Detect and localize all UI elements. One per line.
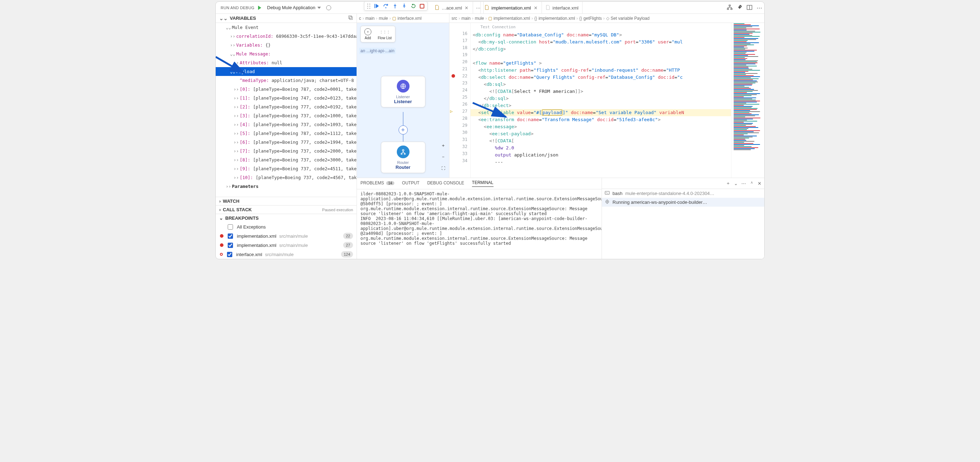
tab-interface-xml[interactable]: interface.xml <box>542 2 582 14</box>
payload-item[interactable]: ›[6]: [planeType=Boeing 777, code2=1994,… <box>216 138 356 147</box>
gutter-line[interactable]: 22 <box>449 72 470 80</box>
code-line[interactable]: <flow name="getFlights" > <box>471 60 731 67</box>
gutter-line[interactable]: 18 <box>449 44 470 51</box>
crumb[interactable]: mule <box>379 16 388 21</box>
hierarchy-icon[interactable] <box>727 5 733 11</box>
gutter-line[interactable]: 28 <box>449 115 470 122</box>
fullscreen-icon[interactable]: ⛶ <box>440 165 446 171</box>
gutter-line[interactable]: 34 <box>449 157 470 164</box>
crumb[interactable]: implementation.xml <box>538 16 575 21</box>
gutter-line[interactable]: 24 <box>449 86 470 94</box>
codelens-link[interactable]: Test Connection <box>471 23 731 32</box>
gear-icon[interactable] <box>326 5 331 10</box>
payload-item[interactable]: ›[4]: [planeType=Boeing 737, code2=1093,… <box>216 120 356 129</box>
gutter-line[interactable]: 17 <box>449 37 470 44</box>
toolbox-flowlist[interactable]: ⋮⋮⋮Flow List <box>378 28 391 40</box>
crumb[interactable]: implementation.xml <box>493 16 530 21</box>
toolbar-grip-icon[interactable] <box>367 3 370 9</box>
payload-item[interactable]: ›[2]: [planeType=Boeing 777, code2=0192,… <box>216 102 356 111</box>
code-line[interactable] <box>471 53 731 60</box>
payload-item[interactable]: ›[3]: [planeType=Boeing 737, code2=1000,… <box>216 111 356 120</box>
variables-section-header[interactable]: ⌄ VARIABLES <box>216 14 356 23</box>
breakpoint-row[interactable]: implementation.xml src/main/mule 22 <box>216 231 356 241</box>
gutter-line[interactable]: 25 <box>449 94 470 101</box>
watch-section[interactable]: ›WATCH <box>216 197 356 205</box>
toolbox-add[interactable]: ＋Add <box>364 28 371 40</box>
code-line[interactable]: </db:config> <box>471 46 731 53</box>
tab-debug-console[interactable]: DEBUG CONSOLE <box>449 180 464 187</box>
gutter-line[interactable]: 33 <box>449 150 470 157</box>
code-line[interactable]: <![CDATA[Select * FROM american]]> <box>471 88 731 95</box>
code-line[interactable]: <db:config name="Database_Config" doc:na… <box>471 32 731 38</box>
crumb[interactable]: Set variable Payload <box>611 16 649 21</box>
close-icon[interactable]: ✕ <box>533 5 538 10</box>
crumb[interactable]: interface.xml <box>398 16 422 21</box>
payload-item[interactable]: ›[1]: [planeType=Boeing 747, code2=0123,… <box>216 94 356 102</box>
tab-ace-xml[interactable]: …ace.xml ✕ <box>431 2 473 14</box>
stop-icon[interactable] <box>420 4 424 8</box>
code-line[interactable]: <ee:set-payload> <box>471 130 731 137</box>
maximize-panel-icon[interactable]: ＾ <box>749 180 754 186</box>
crumb[interactable]: src <box>452 16 457 21</box>
breakpoint-row[interactable]: interface.xml src/main/mule 124 <box>216 250 356 259</box>
collapse-all-icon[interactable] <box>348 15 353 21</box>
flow-node-listener[interactable]: Listener Listener <box>381 76 425 107</box>
gutter-line[interactable]: 31 <box>449 136 470 143</box>
breadcrumb-right[interactable]: src› main› mule› ▢ implementation.xml› {… <box>449 14 765 23</box>
breakpoint-dot-icon[interactable] <box>452 74 455 78</box>
debug-toolbar[interactable] <box>364 2 428 11</box>
crumb[interactable]: main <box>461 16 471 21</box>
step-out-icon[interactable] <box>401 3 407 9</box>
flow-node-router[interactable]: Router Router <box>381 142 425 173</box>
payload-item[interactable]: ›[5]: [planeType=Boeing 787, code2=1112,… <box>216 129 356 138</box>
start-debug-icon[interactable] <box>258 6 261 10</box>
payload-item[interactable]: ›[8]: [planeType=Boeing 737, code2=3000,… <box>216 155 356 164</box>
gutter-line[interactable]: 21 <box>449 65 470 72</box>
add-node-button[interactable]: + <box>399 125 408 135</box>
crumb[interactable]: mule <box>475 16 484 21</box>
split-editor-icon[interactable] <box>747 5 752 11</box>
gutter-line[interactable]: 16 <box>449 30 470 37</box>
gutter-line[interactable]: 19 <box>449 51 470 58</box>
mule-event-node[interactable]: ⌄Mule Event <box>216 23 356 32</box>
callstack-section[interactable]: ›CALL STACKPaused execution <box>216 205 356 214</box>
gutter-line[interactable]: 32 <box>449 143 470 150</box>
bp-checkbox[interactable] <box>227 252 232 257</box>
code-line[interactable]: --- <box>471 159 731 166</box>
close-panel-icon[interactable]: ✕ <box>757 181 762 186</box>
close-icon[interactable]: ✕ <box>464 5 469 10</box>
chevron-down-icon[interactable]: ⌄ <box>734 181 738 186</box>
bp-checkbox[interactable] <box>228 224 233 229</box>
zoom-out-icon[interactable]: － <box>440 154 446 160</box>
zoom-in-icon[interactable]: ＋ <box>440 142 446 149</box>
continue-icon[interactable] <box>374 3 380 9</box>
payload-item[interactable]: ›[7]: [planeType=Boeing 737, code2=2000,… <box>216 147 356 155</box>
code-line[interactable]: <db:select doc:name="Query Flights" conf… <box>471 74 731 81</box>
gutter-line[interactable]: 26 <box>449 101 470 108</box>
bp-checkbox[interactable] <box>228 233 233 239</box>
bp-all-exceptions[interactable]: All Exceptions <box>216 222 356 231</box>
step-into-icon[interactable] <box>392 3 398 9</box>
terminal-process-row[interactable]: bash mule-enterprise-standalone-4.4.0-20… <box>602 189 764 198</box>
gutter-line[interactable]: 23 <box>449 80 470 86</box>
payload-item[interactable]: ›[10]: [planeType=Boeing 737, code2=4567… <box>216 173 356 182</box>
code-line[interactable]: <http:listener path="flights" config-ref… <box>471 67 731 74</box>
gutter-line[interactable]: 20 <box>449 58 470 65</box>
tab-terminal[interactable]: TERMINAL <box>472 180 493 187</box>
payload-item[interactable]: ›[0]: [planeType=Boeing 787, code2=0001,… <box>216 85 356 94</box>
terminal-process-row[interactable]: Running american-ws-anypoint-code-builde… <box>602 198 764 207</box>
crumb[interactable]: main <box>365 16 375 21</box>
breadcrumb-mid[interactable]: c› main› mule› ▢ interface.xml <box>357 14 449 23</box>
code-line[interactable]: %dw 2.0 <box>471 145 731 151</box>
more-icon[interactable]: ⋯ <box>741 181 746 186</box>
rocket-icon[interactable] <box>737 5 742 11</box>
tab-implementation-xml[interactable]: implementation.xml ✕ <box>480 2 542 14</box>
code-line[interactable]: output application/json <box>471 151 731 159</box>
new-terminal-icon[interactable]: ＋ <box>726 180 730 186</box>
parameters-node[interactable]: ›Parameters <box>216 182 356 191</box>
gutter-line[interactable]: ▷27 <box>449 108 470 115</box>
breakpoints-section[interactable]: ⌄BREAKPOINTS <box>216 214 356 222</box>
more-icon[interactable]: ⋯ <box>757 5 762 11</box>
code-line[interactable]: <db:sql> <box>471 81 731 88</box>
canvas-toolbox[interactable]: ＋Add ⋮⋮⋮Flow List <box>360 26 395 42</box>
